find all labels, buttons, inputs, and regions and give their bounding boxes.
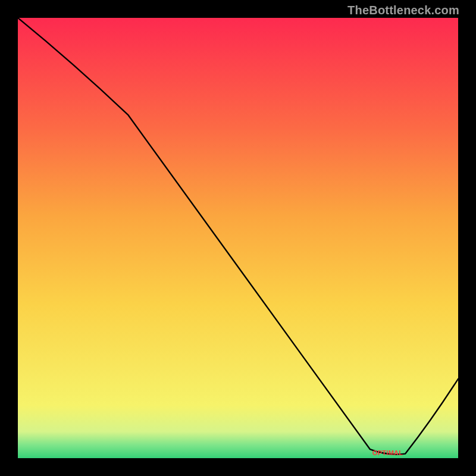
chart-frame: TheBottleneck.com OPTIMAL <box>0 0 476 476</box>
plot-area: OPTIMAL <box>18 18 458 458</box>
gradient-background <box>18 18 458 458</box>
goal-marker: OPTIMAL <box>372 449 403 456</box>
watermark-text: TheBottleneck.com <box>347 4 459 17</box>
chart-svg <box>18 18 458 458</box>
